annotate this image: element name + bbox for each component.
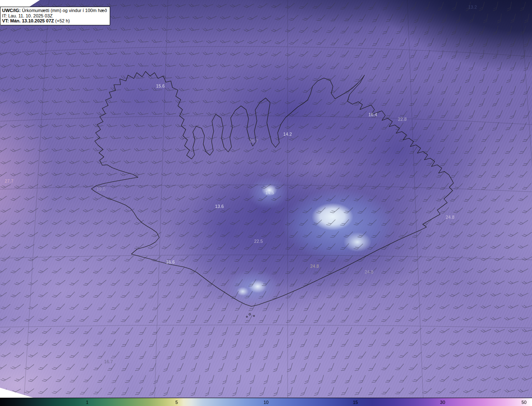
- init-time-line: IT: Lau. 11. 10. 2025 03Z: [2, 13, 107, 19]
- map-canvas: 13.215.616.422.814.225.727.719.014.513.6…: [0, 0, 532, 398]
- colorbar-tick: 15: [353, 400, 358, 405]
- weather-map-app: 13.215.616.422.814.225.727.719.014.513.6…: [0, 0, 532, 406]
- wind-barbs-layer: [0, 1, 532, 397]
- colorbar-tick: 30: [440, 400, 445, 405]
- valid-time-value: Mán. 13.10.2025 07Z: [10, 18, 54, 23]
- init-time-value: Lau. 11. 10. 2025 03Z: [8, 13, 53, 18]
- colorbar-tick: 5: [175, 400, 178, 405]
- offshore-islands: [246, 313, 254, 318]
- colorbar-tick: 1: [86, 400, 89, 405]
- iceland-coastline: [91, 71, 453, 306]
- valid-time-line: VT: Mán. 13.10.2025 07Z (+52 h): [2, 18, 107, 24]
- colorbar-tick: 10: [264, 400, 268, 405]
- model-name: UWC/IG:: [2, 8, 21, 13]
- colorbar-tick: 50: [522, 400, 527, 405]
- colorbar: 1510153050: [0, 398, 532, 406]
- map-title: Úrkomumætti (mm) og vindur í 100m hæð: [21, 8, 107, 13]
- title-box: UWC/IG: Úrkomumætti (mm) og vindur í 100…: [0, 7, 110, 25]
- init-time-label: IT:: [2, 13, 8, 18]
- map-overlay-svg: [0, 0, 532, 398]
- valid-time-offset: (+52 h): [54, 18, 70, 23]
- title-line: UWC/IG: Úrkomumætti (mm) og vindur í 100…: [2, 8, 107, 13]
- valid-time-label: VT:: [2, 18, 10, 23]
